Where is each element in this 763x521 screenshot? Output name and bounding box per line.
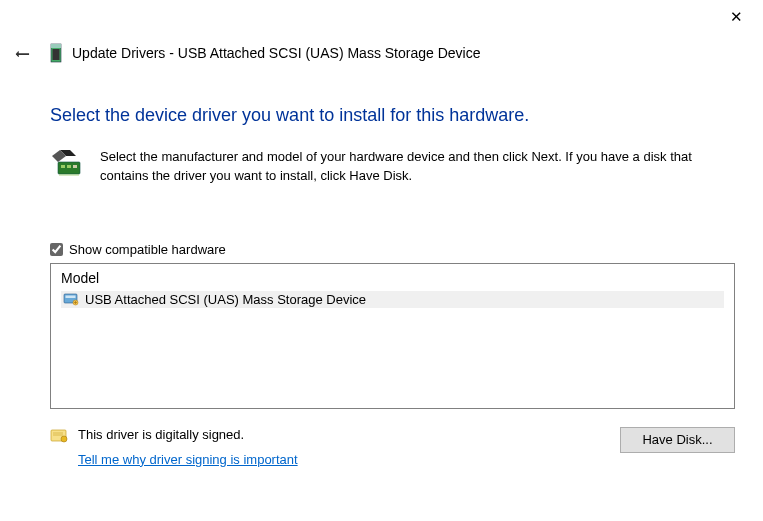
page-heading: Select the device driver you want to ins…	[50, 105, 735, 126]
compat-checkbox-row: Show compatible hardware	[50, 242, 735, 257]
window-title: Update Drivers - USB Attached SCSI (UAS)…	[72, 45, 480, 61]
show-compatible-checkbox[interactable]	[50, 243, 63, 256]
model-column-header: Model	[61, 270, 724, 286]
signed-text-block: This driver is digitally signed. Tell me…	[78, 427, 298, 467]
signed-status-text: This driver is digitally signed.	[78, 427, 298, 442]
hdd-icon	[50, 43, 62, 63]
title-bar: Update Drivers - USB Attached SCSI (UAS)…	[50, 43, 741, 63]
footer: This driver is digitally signed. Tell me…	[50, 427, 735, 467]
certificate-icon	[50, 429, 68, 443]
have-disk-button[interactable]: Have Disk...	[620, 427, 735, 453]
svg-rect-2	[53, 49, 60, 60]
device-icon	[63, 292, 79, 306]
hardware-icon	[50, 148, 86, 180]
model-item[interactable]: USB Attached SCSI (UAS) Mass Storage Dev…	[61, 291, 724, 308]
close-button[interactable]: ✕	[730, 9, 743, 24]
svg-rect-11	[66, 296, 76, 299]
signing-info-link[interactable]: Tell me why driver signing is important	[78, 452, 298, 467]
svg-point-16	[61, 436, 67, 442]
svg-rect-6	[61, 165, 65, 168]
content-area: Select the device driver you want to ins…	[50, 105, 735, 467]
show-compatible-label: Show compatible hardware	[69, 242, 226, 257]
instruction-row: Select the manufacturer and model of you…	[50, 148, 735, 186]
instruction-text: Select the manufacturer and model of you…	[100, 148, 720, 186]
model-listbox[interactable]: Model USB Attached SCSI (UAS) Mass Stora…	[50, 263, 735, 409]
model-item-label: USB Attached SCSI (UAS) Mass Storage Dev…	[85, 292, 366, 307]
svg-rect-8	[73, 165, 77, 168]
signed-driver-block: This driver is digitally signed. Tell me…	[50, 427, 298, 467]
svg-rect-7	[67, 165, 71, 168]
update-drivers-window: Update Drivers - USB Attached SCSI (UAS)…	[0, 0, 763, 483]
svg-rect-1	[51, 44, 61, 48]
back-button[interactable]: 🠔	[15, 46, 30, 63]
